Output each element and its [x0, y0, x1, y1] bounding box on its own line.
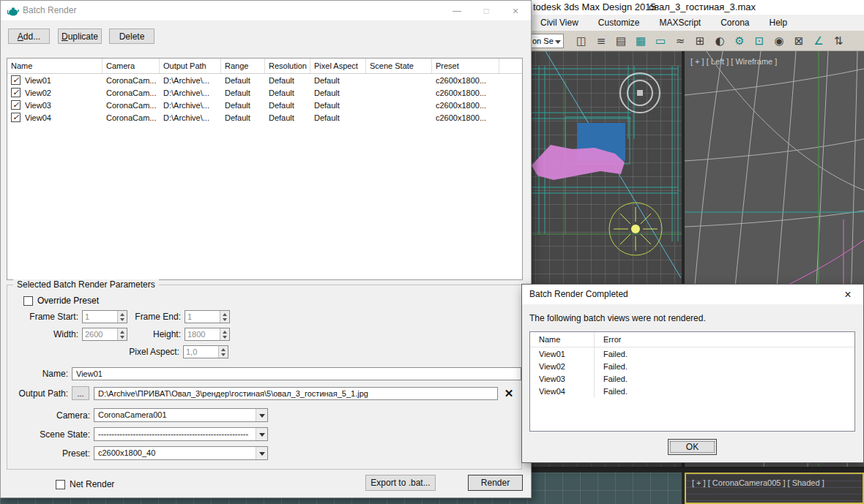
- toolbar-icons: ◫ ≡ ▤ ▦ ▭ ≈ ⊞ ◐ ⚙ ⊡ ◉ ⊠ ∠ ⇅: [573, 32, 847, 49]
- camera-dropdown[interactable]: CoronaCamera001: [94, 408, 268, 422]
- spinner-down-icon[interactable]: [220, 317, 229, 323]
- error-cell-error: Failed.: [595, 360, 636, 372]
- height-spinner[interactable]: 1800: [185, 328, 230, 341]
- column-header-output-path: Output Path: [160, 59, 221, 73]
- batch-views-table: Name Camera Output Path Range Resolution…: [7, 58, 523, 280]
- frame-start-spinner[interactable]: 1: [82, 310, 127, 323]
- error-table-header: Name Error: [530, 332, 854, 347]
- close-button[interactable]: ×: [504, 1, 526, 20]
- spinner-snap-icon[interactable]: ⇅: [830, 32, 847, 49]
- spinner-down-icon[interactable]: [220, 334, 229, 340]
- row-checkbox[interactable]: ✓: [11, 88, 21, 97]
- cell-range: Default: [221, 111, 265, 124]
- pixel-aspect-spinner[interactable]: 1,0: [183, 345, 228, 358]
- browse-button[interactable]: ...: [72, 386, 89, 400]
- output-path-label: Output Path:: [10, 388, 72, 399]
- add-button[interactable]: Add...: [8, 29, 50, 44]
- scene-state-dropdown[interactable]: ----------------------------------------…: [94, 427, 268, 441]
- viewport-left-label[interactable]: [ + ] [ Left ] [ Wireframe ]: [690, 57, 777, 66]
- cell-preset: c2600x1800...: [432, 86, 499, 99]
- menu-corona[interactable]: Corona: [720, 18, 749, 28]
- cell-camera: CoronaCam...: [103, 74, 160, 86]
- angle-snap-icon[interactable]: ∠: [810, 32, 827, 49]
- row-checkbox[interactable]: ✓: [11, 113, 21, 122]
- minimize-button[interactable]: —: [446, 1, 468, 20]
- error-row[interactable]: View04 Failed.: [530, 385, 854, 397]
- output-path-input[interactable]: D:\Archive\ПРИВАТ\Овал_3\рендер\гостиная…: [94, 387, 498, 400]
- spinner-up-icon[interactable]: [220, 328, 229, 334]
- table-row[interactable]: ✓View04 CoronaCam... D:\Archive\... Defa…: [7, 111, 522, 124]
- cell-resolution: Default: [265, 74, 310, 86]
- maximize-button[interactable]: □: [475, 1, 497, 20]
- spinner-down-icon[interactable]: [118, 317, 127, 323]
- menu-customize[interactable]: Customize: [598, 18, 640, 28]
- render-production-icon[interactable]: ◉: [770, 32, 788, 49]
- viewport-camera-shaded[interactable]: [ + ] [ CoronaCamera005 ] [ Shaded ]: [685, 473, 864, 504]
- layer-manager-icon[interactable]: ▤: [612, 32, 630, 49]
- table-row[interactable]: ✓View03 CoronaCam... D:\Archive\... Defa…: [7, 99, 522, 111]
- camera-row: Camera: CoronaCamera001: [10, 408, 268, 422]
- row-checkbox[interactable]: ✓: [11, 100, 21, 110]
- menu-maxscript[interactable]: MAXScript: [659, 18, 701, 28]
- name-input[interactable]: View01: [72, 367, 521, 380]
- viewport-splitter-horizontal[interactable]: [513, 467, 864, 473]
- net-render-checkbox[interactable]: [56, 480, 65, 489]
- spinner-up-icon[interactable]: [118, 328, 127, 334]
- spinner-arrows: [117, 328, 127, 340]
- spinner-up-icon[interactable]: [220, 311, 229, 317]
- table-row[interactable]: ✓View02 CoronaCam... D:\Archive\... Defa…: [7, 86, 522, 99]
- menu-civil-view[interactable]: Civil View: [540, 18, 578, 28]
- frame-end-spinner[interactable]: 1: [185, 310, 230, 323]
- cell-scene-state: [366, 86, 432, 99]
- schematic-view-icon[interactable]: ⊞: [691, 32, 709, 49]
- width-spinner[interactable]: 2600: [82, 328, 127, 341]
- error-row[interactable]: View02 Failed.: [530, 360, 854, 372]
- spinner-down-icon[interactable]: [118, 334, 127, 340]
- error-row[interactable]: View03 Failed.: [530, 372, 854, 385]
- cell-scene-state: [366, 99, 432, 111]
- scene-state-label: Scene State:: [10, 429, 94, 440]
- completed-titlebar[interactable]: Batch Render Completed ×: [522, 285, 863, 304]
- ok-button[interactable]: OK: [668, 439, 717, 455]
- column-header-error: Error: [595, 332, 630, 347]
- clear-path-button[interactable]: ✕: [501, 386, 517, 400]
- cell-output-path: D:\Archive\...: [160, 74, 221, 86]
- cell-name: View01: [25, 76, 51, 85]
- cell-name: View03: [25, 101, 51, 110]
- cell-output-path: D:\Archive\...: [160, 86, 221, 99]
- override-preset-checkbox[interactable]: [23, 296, 33, 306]
- chevron-down-icon: [256, 447, 267, 459]
- completed-dialog-title: Batch Render Completed: [529, 289, 628, 299]
- frame-start-label: Frame Start:: [10, 312, 82, 322]
- spinner-down-icon[interactable]: [219, 352, 228, 358]
- table-row[interactable]: ✓View01 CoronaCam... D:\Archive\... Defa…: [7, 74, 522, 86]
- curve-editor-icon[interactable]: ≈: [671, 32, 689, 49]
- error-table: Name Error View01 Failed. View02 Failed.…: [529, 331, 855, 432]
- duplicate-button[interactable]: Duplicate: [58, 29, 102, 44]
- cell-resolution: Default: [265, 99, 310, 111]
- viewport-camera-label[interactable]: [ + ] [ CoronaCamera005 ] [ Shaded ]: [692, 478, 824, 487]
- render-button[interactable]: Render: [468, 475, 523, 491]
- render-setup-icon[interactable]: ⚙: [731, 32, 748, 49]
- ribbon-icon[interactable]: ▭: [652, 32, 669, 49]
- export-bat-button[interactable]: Export to .bat...: [365, 475, 436, 491]
- batch-render-titlebar[interactable]: Batch Render — □ ×: [1, 1, 531, 21]
- cell-resolution: Default: [265, 111, 310, 124]
- material-editor-icon[interactable]: ◐: [711, 32, 729, 49]
- scene-explorer-icon[interactable]: ▦: [632, 32, 649, 49]
- rendered-frame-icon[interactable]: ⊡: [751, 32, 768, 49]
- row-checkbox[interactable]: ✓: [11, 75, 21, 85]
- snaps-toggle-icon[interactable]: ⊠: [790, 32, 808, 49]
- cell-preset: c2600x1800...: [432, 99, 499, 111]
- close-icon[interactable]: ×: [837, 286, 859, 303]
- max-file-name: овал_3_гостиная_3.max: [649, 1, 756, 12]
- spinner-up-icon[interactable]: [118, 311, 127, 317]
- mirror-icon[interactable]: ◫: [573, 32, 590, 49]
- spinner-up-icon[interactable]: [219, 346, 228, 352]
- preset-value: c2600x1800_40: [94, 447, 256, 459]
- delete-button[interactable]: Delete: [109, 29, 154, 44]
- error-row[interactable]: View01 Failed.: [530, 347, 854, 360]
- menu-help[interactable]: Help: [770, 18, 788, 28]
- align-icon[interactable]: ≡: [592, 32, 610, 49]
- preset-dropdown[interactable]: c2600x1800_40: [94, 446, 268, 460]
